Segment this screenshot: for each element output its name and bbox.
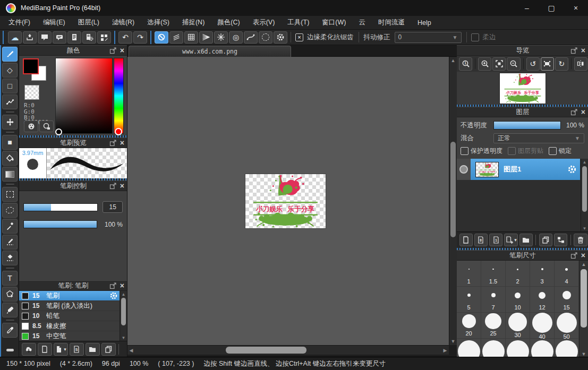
soft-edge-checkbox[interactable]: × <box>471 33 479 41</box>
brush-size-cell[interactable] <box>555 339 579 358</box>
snap-curve-button[interactable] <box>244 31 258 44</box>
download-brush-button[interactable] <box>22 343 36 356</box>
cloud-button[interactable]: ☁ <box>8 31 22 44</box>
snap-settings-button[interactable] <box>274 31 287 44</box>
menu-filter[interactable]: 滤镜(R) <box>106 18 141 27</box>
layer-opacity-slider[interactable] <box>493 121 561 130</box>
brush-size-cell[interactable]: 5 <box>457 287 481 313</box>
antialias-checkbox[interactable]: × <box>295 33 303 41</box>
brush-list-scrollbar[interactable]: ▲ ▼ <box>120 291 127 341</box>
new-1bit-layer-button[interactable]: 1 <box>489 234 502 246</box>
lasso-tool[interactable] <box>2 203 18 218</box>
lock-checkbox[interactable]: ×锁定 <box>549 147 572 156</box>
maximize-button[interactable]: ▢ <box>539 0 564 16</box>
new-8bit-layer-button[interactable]: 8 <box>474 234 488 246</box>
move-tool[interactable] <box>2 115 18 130</box>
brush-size-cell[interactable]: 7 <box>481 287 506 313</box>
brush-size-cell[interactable] <box>506 339 530 358</box>
layer-settings-button[interactable] <box>567 165 577 174</box>
layers-close-button[interactable]: × <box>581 108 585 116</box>
brush-folder-button[interactable] <box>86 343 100 356</box>
brush-size-cell[interactable]: 10 <box>506 287 530 313</box>
new-brush-button[interactable] <box>38 343 52 356</box>
menu-timelapse[interactable]: 时间流逝 <box>372 18 411 27</box>
layer-list-scrollbar[interactable]: ▲ ▼ <box>581 159 588 231</box>
brush-control-popout-button[interactable] <box>109 182 117 190</box>
zoom-out-button[interactable] <box>507 57 520 71</box>
brush-size-cell[interactable]: 50 <box>555 313 579 339</box>
tool-palette-handle[interactable] <box>6 349 14 351</box>
flip-view-button[interactable] <box>574 57 587 71</box>
duplicate-layer-button[interactable] <box>539 234 552 246</box>
snap-off-button[interactable] <box>155 31 168 44</box>
operation-tool[interactable] <box>2 287 18 302</box>
menu-cloud[interactable]: 云 <box>352 18 372 27</box>
zoom-100-button[interactable]: 1 <box>459 57 472 71</box>
scroll-left-icon[interactable]: ◀ <box>127 346 135 355</box>
select-eraser-tool[interactable] <box>2 251 18 265</box>
snap-parallel-button[interactable] <box>169 31 183 44</box>
layers-popout-button[interactable] <box>570 108 578 116</box>
export-button[interactable] <box>23 31 37 44</box>
close-button[interactable]: × <box>564 0 588 16</box>
scroll-down-icon[interactable]: ▼ <box>449 338 457 345</box>
document-tab[interactable]: www.x6d.com.png <box>129 46 291 57</box>
brush-item[interactable]: 15笔刷 (淡入淡出) <box>19 301 120 311</box>
snap-vanishing-button[interactable] <box>199 31 213 44</box>
brush-size-cell[interactable] <box>481 339 506 358</box>
shape-brush-tool[interactable]: □ <box>2 79 18 93</box>
layer-visibility-toggle[interactable] <box>457 159 471 180</box>
brush-size-cell[interactable]: 12 <box>530 287 555 313</box>
undo-button[interactable]: ↶ <box>118 31 132 44</box>
rotate-left-button[interactable]: ↺ <box>526 57 540 71</box>
new-brush-menu-button[interactable]: ▾ <box>54 343 68 356</box>
eyedropper-tool[interactable] <box>2 323 18 338</box>
palette-button[interactable] <box>24 121 38 132</box>
add-layer-menu-button[interactable]: ▾ <box>504 234 517 246</box>
saturation-value-picker[interactable] <box>55 58 113 134</box>
brush-size-cell[interactable] <box>530 339 555 358</box>
zoom-in-button[interactable] <box>478 57 491 71</box>
brush-list-popout-button[interactable] <box>109 281 117 290</box>
gradient-tool[interactable] <box>2 167 18 182</box>
scroll-up-icon[interactable]: ▲ <box>580 261 588 268</box>
sv-cursor[interactable] <box>55 128 62 135</box>
brush-size-cell[interactable]: 40 <box>530 313 555 339</box>
polyline-tool[interactable] <box>2 94 18 109</box>
chat-button[interactable] <box>53 31 66 44</box>
brush-preview-popout-button[interactable] <box>109 139 117 147</box>
script-brush-button[interactable]: S <box>70 343 84 356</box>
brush-list-close-button[interactable]: × <box>120 282 124 289</box>
color-close-button[interactable]: × <box>120 47 124 54</box>
delete-layer-button[interactable] <box>574 234 587 246</box>
canvas-viewport[interactable]: 小刀娱乐 乐于分享 <box>127 57 449 345</box>
menu-snap[interactable]: 捕捉(N) <box>176 18 211 27</box>
brush-size-cell[interactable]: 20 <box>457 313 481 339</box>
brush-preview-close-button[interactable]: × <box>120 139 124 147</box>
menu-help[interactable]: Help <box>411 19 438 27</box>
foreground-color-swatch[interactable] <box>23 58 39 74</box>
navigator-close-button[interactable]: × <box>581 47 585 54</box>
brush-sizes-popout-button[interactable] <box>570 251 578 260</box>
snap-radial-button[interactable] <box>214 31 228 44</box>
fill-shape-tool[interactable]: ■ <box>2 135 18 150</box>
menu-tool[interactable]: 工具(T) <box>281 18 316 27</box>
brush-size-cell[interactable]: 30 <box>506 313 530 339</box>
transparent-color-swatch[interactable] <box>24 85 39 100</box>
hue-slider[interactable] <box>114 58 124 134</box>
select-pen-tool[interactable] <box>2 235 18 249</box>
rotate-right-button[interactable]: ↻ <box>555 57 568 71</box>
scroll-down-icon[interactable]: ▼ <box>120 334 127 341</box>
magic-wand-tool[interactable] <box>2 219 18 234</box>
menu-edit[interactable]: 编辑(E) <box>37 18 72 27</box>
scroll-up-icon[interactable]: ▲ <box>120 291 127 297</box>
menu-color[interactable]: 颜色(C) <box>211 18 246 27</box>
new-layer-button[interactable] <box>459 234 473 246</box>
color-picker-mode-button[interactable] <box>39 121 54 132</box>
select-rect-tool[interactable] <box>2 187 18 202</box>
brush-settings-button[interactable] <box>109 291 118 300</box>
scroll-up-icon[interactable]: ▲ <box>581 159 588 165</box>
minimize-button[interactable]: – <box>515 0 539 16</box>
brush-item[interactable]: 8.5橡皮擦 <box>19 321 120 331</box>
brush-tool[interactable] <box>2 47 18 62</box>
